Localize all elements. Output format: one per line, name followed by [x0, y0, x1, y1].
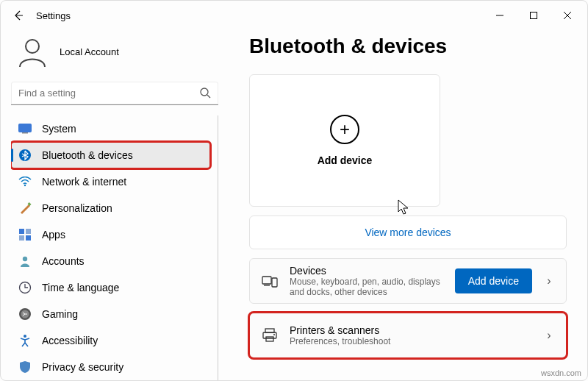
watermark: wsxdn.com: [541, 368, 581, 377]
chevron-right-icon: ›: [544, 274, 554, 288]
main-panel: Bluetooth & devices + Add device View mo…: [229, 30, 587, 380]
chevron-right-icon: ›: [544, 329, 554, 342]
nav-list: System Bluetooth & devices Network & int…: [11, 115, 218, 380]
svg-rect-6: [22, 132, 28, 134]
svg-point-3: [201, 88, 208, 96]
search-icon: [199, 87, 211, 99]
devices-text: Devices Mouse, keyboard, pen, audio, dis…: [290, 265, 443, 297]
page-title: Bluetooth & devices: [249, 35, 567, 58]
svg-rect-22: [265, 329, 274, 332]
search-box[interactable]: [11, 82, 218, 105]
sidebar-item-personalization[interactable]: Personalization: [11, 195, 210, 221]
window-title: Settings: [36, 10, 71, 21]
view-more-devices-button[interactable]: View more devices: [249, 216, 567, 249]
printers-title: Printers & scanners: [290, 324, 532, 336]
search-input[interactable]: [11, 82, 218, 105]
printers-text: Printers & scanners Preferences, trouble…: [290, 324, 532, 346]
svg-rect-20: [272, 278, 277, 287]
wifi-icon: [18, 175, 32, 188]
sidebar-item-label: Gaming: [42, 308, 78, 320]
sidebar-item-label: Bluetooth & devices: [42, 149, 133, 161]
arrow-left-icon: [12, 10, 24, 21]
sidebar-item-system[interactable]: System: [11, 115, 210, 142]
svg-point-14: [23, 257, 27, 261]
add-device-button[interactable]: Add device: [455, 268, 532, 293]
accessibility-icon: [18, 334, 32, 347]
gaming-icon: [18, 307, 32, 321]
person-icon: [18, 254, 32, 268]
sidebar-item-gaming[interactable]: Gaming: [11, 301, 210, 327]
avatar-icon: [15, 35, 49, 68]
sidebar-item-privacy-security[interactable]: Privacy & security: [11, 354, 210, 380]
add-device-label: Add device: [318, 154, 373, 166]
close-button[interactable]: [551, 1, 584, 30]
svg-rect-5: [19, 124, 32, 132]
svg-rect-1: [531, 13, 537, 19]
svg-point-25: [273, 334, 275, 335]
sidebar-item-bluetooth-devices[interactable]: Bluetooth & devices: [11, 142, 210, 168]
account-name: Local Account: [60, 46, 119, 57]
sidebar-item-apps[interactable]: Apps: [11, 221, 210, 248]
back-button[interactable]: [4, 1, 33, 30]
svg-rect-12: [19, 235, 24, 241]
sidebar-item-label: System: [42, 123, 76, 135]
svg-rect-19: [262, 277, 271, 284]
sidebar-item-accessibility[interactable]: Accessibility: [11, 327, 210, 354]
devices-row[interactable]: Devices Mouse, keyboard, pen, audio, dis…: [249, 258, 567, 304]
sidebar-item-label: Privacy & security: [42, 361, 123, 373]
devices-title: Devices: [290, 265, 443, 277]
titlebar: Settings: [1, 1, 587, 30]
add-device-card[interactable]: + Add device: [249, 74, 440, 207]
svg-rect-10: [19, 229, 24, 234]
minimize-button[interactable]: [483, 1, 517, 30]
maximize-button[interactable]: [517, 1, 551, 30]
clock-globe-icon: [18, 281, 32, 294]
printers-scanners-row[interactable]: Printers & scanners Preferences, trouble…: [249, 313, 567, 358]
svg-rect-13: [26, 235, 31, 241]
maximize-icon: [529, 11, 538, 20]
system-icon: [18, 122, 32, 135]
apps-icon: [18, 228, 32, 241]
shield-icon: [18, 360, 32, 374]
sidebar-item-label: Accessibility: [42, 335, 98, 346]
sidebar-item-label: Time & language: [42, 282, 119, 293]
bluetooth-icon: [18, 149, 32, 162]
svg-rect-24: [266, 337, 273, 341]
devices-icon: [262, 273, 278, 289]
sidebar-item-accounts[interactable]: Accounts: [11, 248, 210, 274]
close-icon: [563, 11, 572, 20]
sidebar-item-label: Personalization: [42, 202, 112, 214]
svg-point-8: [24, 185, 26, 186]
account-block[interactable]: Local Account: [11, 30, 218, 82]
printer-icon: [262, 327, 278, 343]
svg-point-2: [26, 40, 39, 53]
sidebar-item-label: Network & internet: [42, 176, 126, 188]
brush-icon: [18, 202, 32, 215]
printers-subtitle: Preferences, troubleshoot: [290, 336, 532, 346]
svg-rect-11: [26, 229, 31, 234]
svg-point-18: [24, 335, 26, 338]
sidebar-item-label: Apps: [42, 229, 65, 241]
sidebar-item-time-language[interactable]: Time & language: [11, 274, 210, 301]
sidebar: Local Account System Bluetooth & devices…: [1, 30, 229, 380]
window-controls: [483, 1, 584, 30]
sidebar-item-label: Accounts: [42, 255, 85, 267]
svg-rect-23: [263, 332, 276, 338]
plus-icon: +: [330, 115, 359, 144]
svg-line-4: [207, 95, 210, 98]
devices-subtitle: Mouse, keyboard, pen, audio, displays an…: [290, 277, 443, 297]
minimize-icon: [495, 11, 504, 20]
sidebar-item-network[interactable]: Network & internet: [11, 168, 210, 195]
